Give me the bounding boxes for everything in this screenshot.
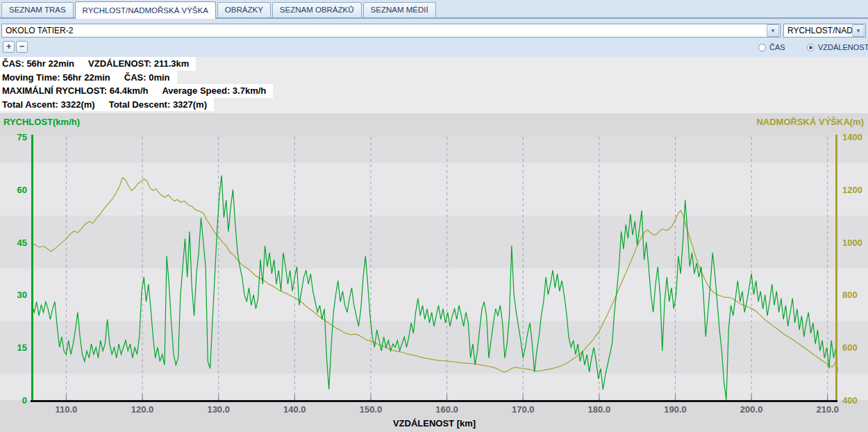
x-tick-label: 210.0 [816, 404, 839, 415]
stat-line-ascent: Total Ascent: 3322(m)Total Descent: 3327… [0, 98, 214, 112]
left-tick-label: 15 [17, 342, 27, 353]
view-select-value: RYCHLOST/NADMOŘ [784, 26, 852, 35]
chart-pane: RYCHLOST(km/h) NADMOŘSKÁ VÝŠKA(m) 110.01… [0, 113, 868, 432]
stat-line-moving-time: Moving Time: 56hr 22minČAS: 0min [0, 71, 177, 85]
zoom-in-button[interactable]: + [3, 41, 15, 53]
right-tick-label: 1400 [842, 132, 862, 142]
tab-obrazky[interactable]: OBRÁZKY [217, 2, 271, 17]
left-tick-label: 75 [17, 132, 27, 142]
x-tick-label: 200.0 [740, 404, 763, 415]
x-tick-label: 140.0 [283, 404, 306, 415]
tab-seznam-obrazku[interactable]: SEZNAM OBRÁZKŮ [272, 2, 362, 17]
plot-band [0, 163, 868, 216]
x-tick-label: 130.0 [207, 404, 230, 415]
stat-max-speed: MAXIMÁLNÍ RYCHLOST: 64.4km/h [2, 85, 148, 96]
chart-canvas: 110.0120.0130.0140.0150.0160.0170.0180.0… [0, 113, 868, 432]
x-tick-label: 120.0 [131, 404, 154, 415]
stats-panel: ČAS: 56hr 22minVZDÁLENOST: 211.3km Movin… [0, 57, 868, 113]
left-tick-label: 0 [22, 395, 27, 406]
stat-total-descent: Total Descent: 3327(m) [109, 99, 207, 110]
x-tick-label: 110.0 [56, 404, 78, 415]
track-select[interactable]: OKOLO TATIER-2 ▼ [1, 24, 781, 38]
stat-moving-time: Moving Time: 56hr 22min [2, 72, 110, 83]
x-tick-label: 180.0 [588, 404, 611, 415]
x-tick-label: 160.0 [435, 404, 458, 415]
zoom-out-button[interactable]: − [16, 41, 28, 53]
tab-bar: SEZNAM TRAS RYCHLOST/NADMOŘSKÁ VÝŠKA OBR… [0, 0, 868, 19]
track-select-value: OKOLO TATIER-2 [2, 26, 767, 35]
chevron-down-icon[interactable]: ▼ [852, 24, 865, 37]
left-tick-label: 45 [17, 238, 27, 248]
tab-rychlost-nadmorska-vyska[interactable]: RYCHLOST/NADMOŘSKÁ VÝŠKA [75, 1, 216, 19]
radio-circle-icon [758, 44, 766, 51]
stat-avg-speed: Average Speed: 3.7km/h [162, 85, 266, 96]
view-select[interactable]: RYCHLOST/NADMOŘ ▼ [783, 24, 866, 38]
selector-row: OKOLO TATIER-2 ▼ RYCHLOST/NADMOŘ ▼ [0, 19, 868, 40]
x-tick-label: 170.0 [512, 404, 535, 415]
plot-band [0, 269, 868, 322]
x-tick-label: 150.0 [360, 404, 383, 415]
radio-vzdalenost-label: VZDÁLENOST [818, 43, 868, 51]
plot-band [0, 321, 868, 374]
x-axis-title: VZDÁLENOST [km] [393, 418, 476, 429]
right-tick-label: 400 [842, 395, 858, 406]
right-tick-label: 800 [842, 290, 858, 300]
stat-line-time-distance: ČAS: 56hr 22minVZDÁLENOST: 211.3km [0, 57, 196, 71]
tab-seznam-tras[interactable]: SEZNAM TRAS [1, 2, 74, 17]
stat-cas-stop: ČAS: 0min [124, 72, 170, 83]
tab-seznam-medii[interactable]: SEZNAM MÉDIÍ [363, 2, 436, 17]
stat-vzdalenost: VZDÁLENOST: 211.3km [88, 58, 189, 69]
plot-band [0, 374, 868, 400]
radio-circle-icon [807, 44, 815, 51]
right-tick-label: 600 [842, 342, 858, 353]
radio-cas[interactable]: ČAS [758, 43, 785, 51]
plot-band [0, 137, 868, 163]
radio-vzdalenost[interactable]: VZDÁLENOST [807, 43, 868, 51]
stat-line-speed: MAXIMÁLNÍ RYCHLOST: 64.4km/hAverage Spee… [0, 84, 273, 98]
right-tick-label: 1200 [842, 185, 862, 195]
left-tick-label: 60 [17, 185, 27, 195]
zoom-row: + − ČAS VZDÁLENOST [0, 40, 868, 57]
stat-total-ascent: Total Ascent: 3322(m) [2, 99, 95, 110]
stat-cas: ČAS: 56hr 22min [2, 58, 74, 69]
right-tick-label: 1000 [842, 238, 862, 248]
x-tick-label: 190.0 [664, 404, 687, 415]
left-tick-label: 30 [17, 290, 27, 300]
plot-band [0, 216, 868, 269]
chevron-down-icon[interactable]: ▼ [767, 24, 779, 37]
radio-cas-label: ČAS [769, 43, 785, 51]
